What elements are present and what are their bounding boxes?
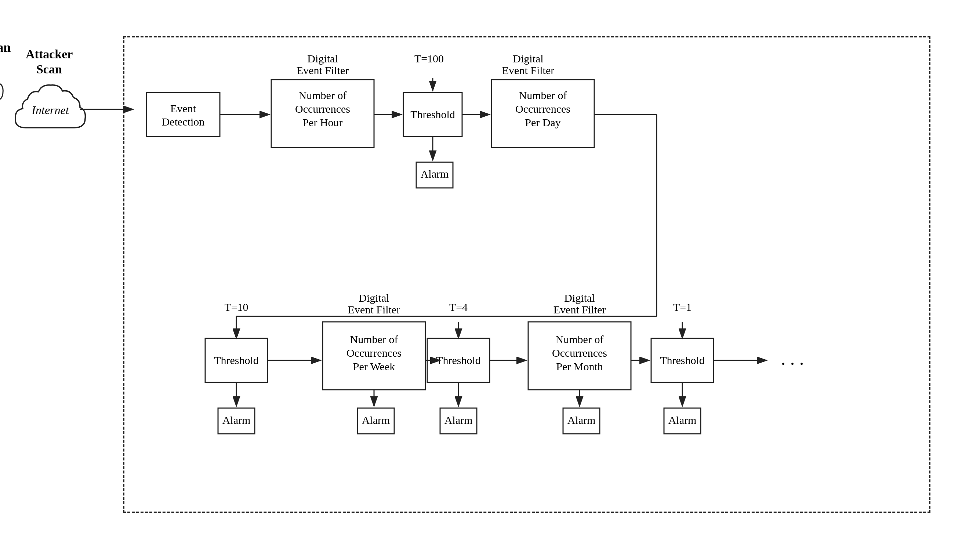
occ-per-day-t1: Number of: [519, 89, 567, 101]
def-label-4: Digital: [564, 292, 595, 304]
threshold-t4-text: Threshold: [436, 354, 481, 366]
threshold-t1-text: Threshold: [660, 354, 705, 366]
cloud-to-ed-arrow: [80, 102, 139, 120]
svg-text:Internet: Internet: [31, 103, 69, 117]
page: Attacker Scan Internet: [22, 18, 958, 531]
def-label-1: Digital: [307, 53, 338, 65]
alarm-t4-text: Alarm: [444, 414, 473, 426]
threshold-top-text: Threshold: [410, 108, 455, 120]
occ-per-hour-t1: Number of: [299, 89, 347, 101]
internet-cloud-icon: Internet: [0, 57, 11, 112]
alarm-month-text: Alarm: [568, 414, 596, 426]
alarm-t1-text: Alarm: [668, 414, 697, 426]
threshold-t10-text: Threshold: [214, 354, 259, 366]
t10-label: T=10: [224, 301, 248, 313]
alarm-top-text: Alarm: [421, 168, 449, 180]
def-label-4b: Event Filter: [554, 304, 606, 316]
def-label-1b: Event Filter: [297, 64, 349, 76]
occ-per-week-t1: Number of: [350, 333, 398, 345]
t1-label: T=1: [673, 301, 692, 313]
event-detection-box: [146, 92, 220, 137]
diagram-svg: Digital Event Filter Digital Event Filte…: [124, 37, 932, 514]
occ-per-month-t2: Occurrences: [552, 347, 607, 359]
occ-per-month-t3: Per Month: [556, 360, 603, 372]
attacker-scan-label: Attacker Scan: [0, 40, 15, 56]
alarm-t10-text: Alarm: [223, 414, 251, 426]
def-label-2: Digital: [513, 53, 543, 65]
def-label-3: Digital: [359, 292, 389, 304]
occ-per-day-t2: Occurrences: [515, 103, 570, 115]
alarm-week-text: Alarm: [362, 414, 390, 426]
main-container: Digital Event Filter Digital Event Filte…: [123, 36, 931, 513]
occ-per-week-t2: Occurrences: [347, 347, 401, 359]
occ-per-hour-t3: Per Hour: [302, 116, 342, 129]
ellipsis-text: . . .: [781, 348, 804, 369]
t100-label: T=100: [414, 53, 444, 65]
occ-per-month-t1: Number of: [556, 333, 604, 345]
occ-per-hour-t2: Occurrences: [295, 103, 350, 115]
occ-per-day-t3: Per Day: [525, 116, 560, 129]
occ-per-week-t3: Per Week: [353, 360, 395, 372]
t4-label: T=4: [449, 301, 468, 313]
def-label-3b: Event Filter: [348, 304, 400, 316]
def-label-2b: Event Filter: [502, 64, 554, 76]
event-detection-text2: Detection: [162, 116, 205, 128]
event-detection-text: Event: [170, 102, 196, 115]
